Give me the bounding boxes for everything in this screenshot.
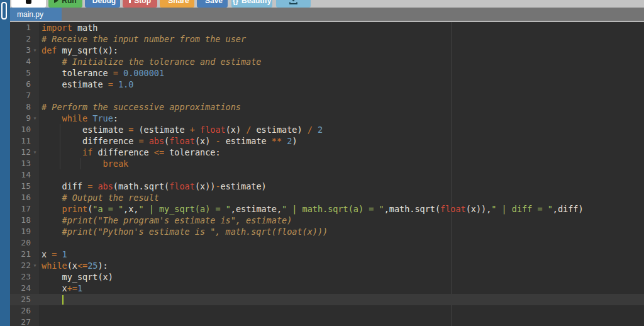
line-number: 21	[10, 249, 31, 260]
code-line[interactable]: 12▾ if difference <= tolerance:	[10, 147, 644, 158]
line-gutter[interactable]: 12▾	[10, 147, 39, 158]
code-editor[interactable]: 1import math2# Receive the input number …	[10, 22, 644, 326]
line-gutter[interactable]: 2	[10, 33, 39, 45]
play-icon	[54, 0, 58, 3]
code-line[interactable]: 9▾ while True:	[10, 113, 644, 124]
line-number: 25	[10, 294, 31, 305]
share-button[interactable]: Share	[160, 0, 194, 8]
line-gutter[interactable]: 17	[10, 203, 39, 215]
beautify-label: Beautify	[242, 0, 271, 5]
stop-button[interactable]: Stop	[123, 0, 157, 8]
line-number: 16	[10, 192, 31, 203]
line-number: 15	[10, 181, 31, 192]
line-number: 2	[10, 33, 31, 45]
debug-button[interactable]: Debug	[85, 0, 120, 8]
code-line[interactable]: 27	[10, 317, 644, 326]
code-line[interactable]: 3▾def my_sqrt(x):	[10, 45, 644, 56]
line-gutter[interactable]: 13	[10, 158, 39, 169]
line-gutter[interactable]: 5	[10, 67, 39, 79]
code-text: x+=1	[39, 283, 82, 294]
code-line[interactable]: 2# Receive the input number from the use…	[10, 33, 644, 45]
fold-arrow-icon[interactable]: ▾	[31, 260, 39, 271]
code-line[interactable]: 6 estimate = 1.0	[10, 79, 644, 90]
line-gutter[interactable]: 27	[10, 317, 39, 326]
code-line[interactable]: 19 #print("Python's estimate is ", math.…	[10, 226, 644, 237]
code-line[interactable]: 8# Perform the successive approximations	[10, 101, 644, 113]
beautify-button[interactable]: {} Beautify	[231, 0, 272, 8]
line-number: 23	[10, 271, 31, 283]
code-text: # Output the result	[39, 192, 159, 203]
code-text: # Receive the input number from the user	[39, 33, 246, 45]
line-gutter[interactable]: 1	[10, 22, 39, 33]
line-gutter[interactable]: 23	[10, 271, 39, 283]
line-gutter[interactable]: 9▾	[10, 113, 39, 124]
code-line[interactable]: 26	[10, 305, 644, 317]
code-line[interactable]: 14	[10, 169, 644, 181]
line-gutter[interactable]: 20	[10, 237, 39, 249]
line-gutter[interactable]: 22▾	[10, 260, 39, 271]
line-gutter[interactable]: 25	[10, 294, 39, 305]
run-label: Run	[62, 0, 76, 5]
line-gutter[interactable]: 8	[10, 101, 39, 113]
line-gutter[interactable]: 24	[10, 283, 39, 294]
code-line[interactable]: 5 tolerance = 0.000001	[10, 67, 644, 79]
line-gutter[interactable]: 16	[10, 192, 39, 203]
save-button[interactable]: Save	[197, 0, 228, 8]
stop-icon	[129, 0, 131, 3]
share-label: Share	[168, 0, 189, 5]
code-text: break	[39, 158, 128, 169]
line-gutter[interactable]: 4	[10, 56, 39, 67]
line-gutter[interactable]: 19	[10, 226, 39, 237]
line-number: 5	[10, 67, 31, 79]
code-line[interactable]: 15 diff = abs(math.sqrt(float(x))-estima…	[10, 181, 644, 192]
line-number: 26	[10, 305, 31, 317]
line-number: 18	[10, 215, 31, 226]
code-line[interactable]: 4 # Initialize the tolerance and estimat…	[10, 56, 644, 67]
code-text: diff = abs(math.sqrt(float(x))-estimate)	[39, 181, 267, 192]
line-gutter[interactable]: 6	[10, 79, 39, 90]
line-gutter[interactable]: 18	[10, 215, 39, 226]
code-line[interactable]: 16 # Output the result	[10, 192, 644, 203]
line-gutter[interactable]: 10	[10, 124, 39, 135]
code-line[interactable]: 10 estimate = (estimate + float(x) / est…	[10, 124, 644, 135]
tab-main-py[interactable]: main.py	[10, 8, 62, 21]
download-button[interactable]	[276, 0, 311, 8]
line-gutter[interactable]: 7	[10, 90, 39, 101]
code-line[interactable]: 25	[10, 294, 644, 305]
line-gutter[interactable]: 14	[10, 169, 39, 181]
code-line[interactable]: 18 #print("The program's estimate is", e…	[10, 215, 644, 226]
tab-bar: main.py	[10, 8, 644, 22]
run-button[interactable]: Run	[48, 0, 82, 8]
code-line[interactable]: 7	[10, 90, 644, 101]
line-number: 24	[10, 283, 31, 294]
code-line[interactable]: 13 break	[10, 158, 644, 169]
line-gutter[interactable]: 3▾	[10, 45, 39, 56]
line-gutter[interactable]: 15	[10, 181, 39, 192]
code-line[interactable]: 21x = 1	[10, 249, 644, 260]
line-gutter[interactable]: 26	[10, 305, 39, 317]
line-gutter[interactable]: 21	[10, 249, 39, 260]
code-text: difference = abs(float(x) - estimate ** …	[39, 135, 297, 147]
code-text	[39, 317, 42, 326]
code-line[interactable]: 17 print("a = ",x," | my_sqrt(a) = ",est…	[10, 203, 644, 215]
code-line[interactable]: 11 difference = abs(float(x) - estimate …	[10, 135, 644, 147]
code-lines: 1import math2# Receive the input number …	[10, 22, 644, 326]
line-number: 27	[10, 317, 31, 326]
fold-arrow-icon[interactable]: ▾	[31, 45, 39, 56]
swatch-button[interactable]	[11, 0, 46, 8]
code-line[interactable]: 1import math	[10, 22, 644, 33]
code-text: tolerance = 0.000001	[39, 67, 164, 79]
fold-arrow-icon[interactable]: ▾	[31, 147, 39, 158]
line-number: 14	[10, 169, 31, 181]
toolbar: Run Debug Stop Share Sav	[10, 0, 644, 8]
code-text: estimate = 1.0	[39, 79, 133, 90]
code-line[interactable]: 22▾while(x<=25):	[10, 260, 644, 271]
line-number: 3	[10, 45, 31, 56]
line-number: 20	[10, 237, 31, 249]
code-line[interactable]: 23 my_sqrt(x)	[10, 271, 644, 283]
fold-arrow-icon[interactable]: ▾	[31, 113, 39, 124]
code-text: #print("The program's estimate is", esti…	[39, 215, 292, 226]
line-gutter[interactable]: 11	[10, 135, 39, 147]
code-line[interactable]: 24 x+=1	[10, 283, 644, 294]
code-line[interactable]: 20	[10, 237, 644, 249]
